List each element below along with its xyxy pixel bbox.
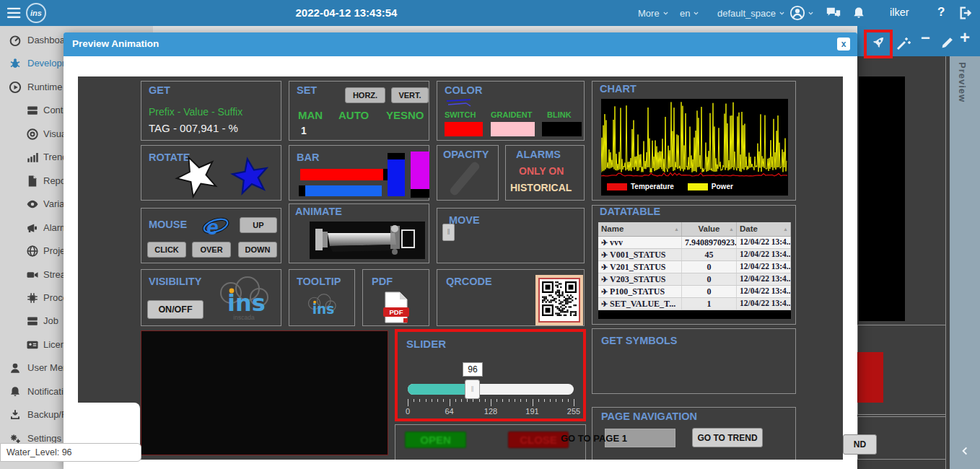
modal-close-button[interactable]: x	[837, 38, 850, 51]
vbar-blue	[388, 153, 405, 196]
zoom-out-minus-icon[interactable]: −	[921, 29, 930, 48]
vbar-magenta	[411, 152, 429, 198]
table-row[interactable]: ✈ SET_VALUE_T...112/04/22 13:4...	[598, 298, 791, 310]
slider-tick	[414, 399, 414, 402]
video-icon	[26, 268, 39, 281]
table-row[interactable]: ✈ P100_STATUS012/04/22 13:4...	[598, 286, 791, 298]
slider-tick-label: 64	[445, 407, 453, 416]
user-account-icon[interactable]	[789, 5, 805, 21]
mouse-over-button[interactable]: OVER	[192, 242, 231, 258]
collapse-chevron-left-icon[interactable]	[960, 446, 970, 456]
notifications-bell-icon[interactable]	[852, 5, 866, 21]
open-button[interactable]: OPEN	[405, 431, 466, 448]
slider-tick	[502, 399, 503, 402]
slider-tick	[520, 399, 521, 402]
brand-logo[interactable]: ins	[26, 3, 46, 23]
inscada-logo-small[interactable]: ins	[301, 290, 343, 323]
panel-chart: CHART Temperature Power	[592, 81, 796, 201]
panel-page-navigation-title: PAGE NAVIGATION	[601, 411, 697, 422]
slider-handle[interactable]: ‖	[465, 380, 480, 399]
close-button[interactable]: CLOSE	[508, 431, 569, 448]
chip-icon	[26, 292, 39, 304]
internet-explorer-icon[interactable]: e	[202, 213, 229, 240]
slider-tick	[491, 399, 491, 406]
panel-visibility: VISIBILITY ON/OFF ins inscada	[141, 269, 281, 326]
slider-track[interactable]	[408, 384, 574, 395]
language-menu[interactable]: en	[680, 0, 699, 26]
mouse-click-button[interactable]: CLICK	[147, 242, 186, 258]
row-value: 0	[682, 273, 737, 285]
row-name: SET_VALUE_T...	[610, 299, 675, 309]
datatable-column-date[interactable]: Date▲	[737, 222, 791, 236]
pdf-file-icon[interactable]: PDF	[383, 292, 409, 323]
username[interactable]: ilker	[890, 6, 909, 18]
table-row[interactable]: ✈ V001_STATUS4512/04/22 13:4...	[598, 249, 791, 261]
logout-icon[interactable]	[958, 5, 974, 21]
slider-tick	[544, 399, 545, 402]
panel-color-title: COLOR	[445, 84, 482, 96]
datatable-header: Name▲Value▲Date▲	[598, 222, 791, 237]
alarms-historical-text: HISTORICAL	[510, 182, 572, 193]
server-icon	[26, 315, 39, 328]
move-drag-handle[interactable]: ‖	[442, 224, 455, 241]
alarms-only-on-text: ONLY ON	[519, 165, 564, 177]
space-menu[interactable]: default_space	[717, 0, 785, 26]
horz-button[interactable]: HORZ.	[345, 87, 385, 103]
panel-chart-title: CHART	[600, 83, 636, 95]
goto-trend-button[interactable]: GO TO TREND	[692, 428, 763, 447]
preview-tab[interactable]: Preview	[957, 62, 968, 102]
vert-button[interactable]: VERT.	[391, 87, 429, 103]
legend-temperature-swatch	[607, 183, 627, 190]
datatable-column-name[interactable]: Name▲	[598, 222, 682, 236]
gradient-color-swatch[interactable]	[491, 122, 535, 136]
help-icon[interactable]: ?	[937, 5, 945, 19]
panel-alarms-title: ALARMS	[516, 149, 561, 160]
sidebar-item-label: Notificatio	[27, 386, 69, 397]
messages-chat-icon[interactable]	[825, 5, 842, 21]
goto-page-button[interactable]: GO TO PAGE 1	[605, 429, 675, 447]
row-name: V001_STATUS	[610, 250, 666, 260]
table-row[interactable]: ✈ V203_STATUS012/04/22 13:4...	[598, 273, 791, 286]
magic-wand-icon[interactable]	[895, 35, 912, 52]
blink-color-swatch[interactable]	[542, 122, 582, 136]
zoom-in-plus-icon[interactable]: +	[960, 27, 970, 48]
set-yesno-label[interactable]: YESNO	[386, 109, 424, 121]
panel-pdf-title: PDF	[372, 276, 393, 287]
mouse-up-button[interactable]: UP	[240, 217, 277, 233]
table-row[interactable]: ✈ V201_STATUS012/04/22 13:4...	[598, 261, 791, 273]
set-man-label[interactable]: MAN	[298, 109, 323, 121]
background-goto-trend-partial-button[interactable]: ND	[843, 434, 877, 455]
edit-pencil-icon[interactable]	[940, 35, 955, 51]
onoff-button[interactable]: ON/OFF	[147, 300, 204, 319]
mouse-down-button[interactable]: DOWN	[238, 242, 277, 258]
svg-text:e: e	[206, 215, 218, 239]
goto-page-label: GO TO PAGE 1	[561, 433, 627, 444]
more-menu[interactable]: More	[638, 0, 669, 26]
row-name: V203_STATUS	[610, 274, 666, 284]
chart-area[interactable]: Temperature Power	[601, 99, 788, 196]
row-date: 12/04/22 13:4...	[737, 237, 791, 248]
white-star-shape[interactable]	[173, 152, 221, 199]
panel-bar: BAR	[289, 145, 429, 201]
panel-datatable-title: DATATABLE	[600, 206, 660, 217]
blue-star-shape[interactable]	[229, 155, 271, 197]
slider-tick	[526, 399, 527, 402]
user-icon	[9, 361, 22, 374]
switch-color-swatch[interactable]	[445, 122, 483, 136]
sort-caret-icon: ▲	[783, 227, 788, 232]
panel-animate-title: ANIMATE	[295, 206, 342, 217]
chart-plot	[601, 99, 788, 180]
color-switch-label: SWITCH	[445, 110, 476, 119]
set-auto-label[interactable]: AUTO	[338, 109, 369, 121]
table-row[interactable]: ✈ vvv7.9408970923...12/04/22 13:4...	[598, 237, 791, 249]
hbar-blue	[299, 185, 382, 196]
panel-open-close: OPEN CLOSE	[395, 424, 586, 460]
background-black-panel-2	[859, 208, 905, 321]
slider-tick-label: 255	[567, 407, 580, 416]
row-name: V201_STATUS	[610, 262, 666, 272]
panel-get-title: GET	[149, 84, 170, 96]
panel-get: GET Prefix - Value - Suffix TAG - 007,94…	[141, 81, 281, 141]
datatable-column-value[interactable]: Value▲	[682, 222, 737, 236]
color-gradient-label: GRAIDENT	[491, 110, 532, 119]
hamburger-menu-icon[interactable]	[7, 5, 23, 21]
